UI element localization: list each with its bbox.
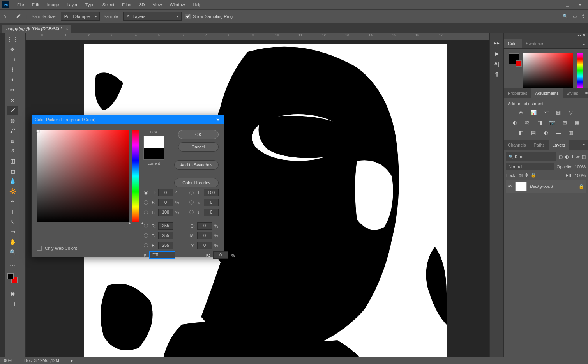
menu-filter[interactable]: Filter — [118, 1, 135, 9]
marquee-tool[interactable]: ⬚ — [7, 55, 18, 64]
radio-s[interactable] — [144, 200, 148, 205]
rectangle-tool[interactable]: ▭ — [7, 227, 18, 237]
brush-tool[interactable]: 🖌 — [7, 126, 18, 135]
quick-mask-icon[interactable]: ◉ — [7, 289, 18, 298]
close-icon[interactable]: ✕ — [577, 2, 583, 8]
color-balance-icon[interactable]: ⚖ — [523, 118, 531, 126]
channel-mixer-icon[interactable]: ⊞ — [560, 118, 569, 126]
healing-brush-tool[interactable]: ◍ — [7, 116, 18, 125]
dock-collapse-icon[interactable]: ▸▸ — [494, 40, 500, 46]
menu-type[interactable]: Type — [81, 1, 99, 9]
sample-dropdown[interactable]: All Layers — [123, 12, 182, 21]
foreground-color-swatch[interactable] — [7, 273, 14, 279]
radio-bb[interactable] — [189, 210, 194, 214]
eyedropper-tool[interactable] — [7, 106, 18, 115]
dodge-tool[interactable]: 🔆 — [7, 187, 18, 196]
panel-collapse[interactable]: ◂◂ ✕ — [504, 33, 588, 39]
clone-stamp-tool[interactable]: ⧈ — [7, 136, 18, 145]
exposure-icon[interactable]: ▨ — [554, 108, 563, 116]
color-libraries-button[interactable]: Color Libraries — [174, 178, 219, 187]
workspace-icon[interactable]: ▭ — [573, 14, 577, 19]
menu-edit[interactable]: Edit — [28, 1, 43, 9]
checkbox-icon[interactable] — [37, 246, 42, 251]
tab-paths[interactable]: Paths — [530, 140, 548, 150]
doc-size[interactable]: Doc: 3,12M/3,12M — [24, 358, 59, 363]
input-c[interactable]: 0 — [197, 222, 212, 230]
history-icon[interactable]: ▶ — [495, 51, 499, 57]
blur-tool[interactable]: 💧 — [7, 177, 18, 186]
sample-size-dropdown[interactable]: Point Sample — [61, 12, 100, 21]
color-panel-field[interactable] — [523, 53, 573, 88]
threshold-icon[interactable]: ◐ — [542, 129, 550, 136]
gradient-tool[interactable]: ▦ — [7, 166, 18, 176]
minimize-icon[interactable]: — — [552, 2, 558, 8]
input-s[interactable]: 0 — [158, 199, 173, 206]
selective-color-icon[interactable]: ▥ — [567, 129, 575, 136]
frame-tool[interactable]: ⊠ — [7, 95, 18, 105]
menu-3d[interactable]: 3D — [136, 1, 149, 9]
radio-r[interactable] — [144, 224, 148, 228]
only-web-colors-checkbox[interactable]: Only Web Colors — [37, 246, 77, 251]
eyedropper-tool-icon[interactable] — [13, 12, 23, 21]
radio-a[interactable] — [189, 200, 194, 205]
radio-l[interactable] — [189, 191, 194, 195]
home-icon[interactable]: ⌂ — [3, 13, 9, 19]
curves-icon[interactable]: 〰 — [542, 108, 550, 116]
tab-swatches[interactable]: Swatches — [522, 39, 548, 48]
color-panel-hue[interactable] — [577, 53, 583, 88]
input-bl[interactable]: 255 — [158, 242, 173, 249]
radio-g[interactable] — [144, 233, 148, 238]
input-bb[interactable]: 0 — [204, 209, 219, 216]
radio-h[interactable] — [144, 191, 148, 195]
input-h[interactable]: 0 — [158, 189, 173, 196]
dialog-close-icon[interactable]: ✕ — [215, 117, 221, 123]
input-l[interactable]: 100 — [204, 189, 219, 196]
input-m[interactable]: 0 — [197, 232, 212, 239]
cancel-button[interactable]: Cancel — [178, 142, 219, 152]
add-swatches-button[interactable]: Add to Swatches — [174, 160, 219, 170]
edit-toolbar-icon[interactable]: ⋯ — [7, 261, 18, 270]
input-b[interactable]: 100 — [158, 209, 173, 216]
path-selection-tool[interactable]: ↖ — [7, 217, 18, 226]
layer-filter-kind[interactable]: 🔍 Kind — [506, 152, 556, 161]
menu-window[interactable]: Window — [166, 1, 189, 9]
current-color-swatch[interactable] — [144, 148, 164, 159]
panel-menu-icon[interactable]: ≡ — [579, 143, 588, 147]
input-g[interactable]: 255 — [158, 232, 173, 239]
opacity-value[interactable]: 100% — [575, 164, 586, 169]
hand-tool[interactable]: ✋ — [7, 237, 18, 247]
crop-tool[interactable]: ✂ — [7, 85, 18, 95]
ok-button[interactable]: OK — [178, 130, 219, 139]
filter-adj-icon[interactable]: ◐ — [565, 154, 569, 159]
zoom-level[interactable]: 90% — [4, 358, 12, 363]
vibrance-icon[interactable]: ▽ — [567, 108, 575, 116]
lock-all-icon[interactable]: 🔒 — [531, 173, 536, 178]
status-arrow[interactable]: ▸ — [71, 358, 73, 363]
filter-type-icon[interactable]: T — [571, 154, 574, 159]
panel-menu-icon[interactable]: ≡ — [582, 91, 588, 95]
menu-layer[interactable]: Layer — [63, 1, 81, 9]
menu-file[interactable]: File — [13, 1, 28, 9]
hex-input[interactable]: ffffff — [149, 251, 175, 259]
saturation-field[interactable] — [37, 130, 129, 222]
character-icon[interactable]: A| — [494, 61, 499, 67]
hue-indicator[interactable] — [131, 220, 141, 223]
share-icon[interactable]: ⇪ — [581, 14, 585, 19]
input-r[interactable]: 255 — [158, 222, 173, 230]
search-icon[interactable]: 🔍 — [563, 14, 568, 19]
input-y[interactable]: 0 — [197, 242, 212, 249]
tab-properties[interactable]: Properties — [504, 88, 531, 98]
type-tool[interactable]: T — [7, 207, 18, 216]
fill-value[interactable]: 100% — [575, 173, 586, 178]
tab-color[interactable]: Color — [504, 39, 522, 48]
panel-menu-icon[interactable]: ≡ — [579, 41, 588, 46]
color-panel-swatch[interactable] — [509, 53, 519, 64]
filter-shape-icon[interactable]: ▱ — [576, 154, 579, 159]
gradient-map-icon[interactable]: ▬ — [554, 129, 563, 136]
filter-smart-icon[interactable]: ◫ — [582, 154, 586, 159]
brightness-icon[interactable]: ☀ — [517, 108, 525, 116]
zoom-tool[interactable]: 🔍 — [7, 247, 18, 257]
show-sampling-ring-checkbox[interactable]: Show Sampling Ring — [185, 14, 233, 19]
layer-thumbnail[interactable] — [515, 182, 527, 191]
input-k[interactable]: 0 — [213, 251, 228, 259]
